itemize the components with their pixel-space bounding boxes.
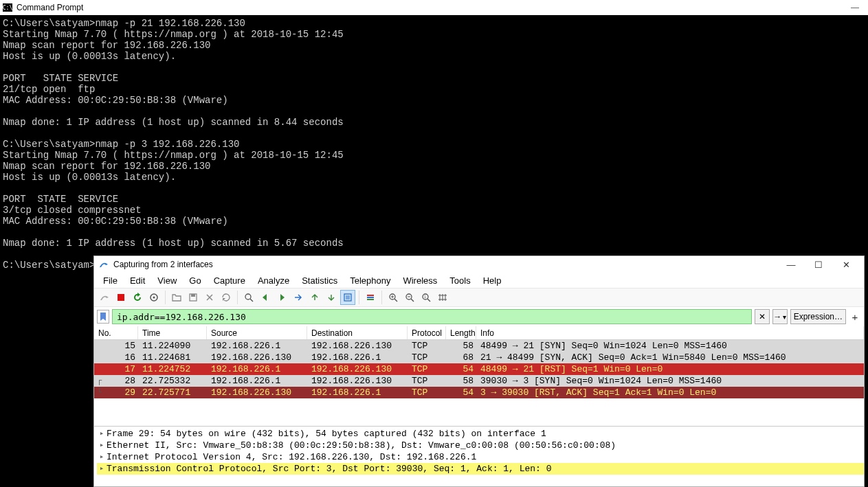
col-len[interactable]: Length [446, 326, 476, 339]
open-file-icon[interactable] [169, 290, 184, 305]
colorize-icon[interactable] [363, 290, 378, 305]
detail-line[interactable]: ▸Transmission Control Protocol, Src Port… [97, 463, 864, 475]
svg-text:1: 1 [424, 295, 426, 299]
menu-edit[interactable]: Edit [124, 274, 151, 287]
start-capture-icon[interactable] [97, 290, 112, 305]
menu-file[interactable]: File [97, 274, 124, 287]
expand-icon[interactable]: ▸ [97, 428, 107, 440]
resize-columns-icon[interactable] [435, 290, 450, 305]
go-last-icon[interactable] [324, 290, 339, 305]
save-file-icon[interactable] [186, 290, 201, 305]
col-prot[interactable]: Protocol [408, 326, 446, 339]
add-filter-button[interactable]: + [849, 311, 861, 323]
svg-line-12 [394, 299, 397, 302]
wireshark-window: Capturing from 2 interfaces — ☐ ✕ File E… [93, 256, 865, 487]
capture-options-icon[interactable] [146, 290, 162, 305]
menu-tools[interactable]: Tools [443, 274, 476, 287]
packet-list-blank [94, 398, 864, 426]
svg-point-5 [245, 294, 251, 299]
minimize-button[interactable]: — [845, 0, 865, 15]
ws-titlebar[interactable]: Capturing from 2 interfaces — ☐ ✕ [94, 256, 864, 273]
display-filter-input[interactable] [112, 309, 752, 324]
maximize-button[interactable]: ☐ [805, 256, 832, 273]
col-info[interactable]: Info [476, 326, 864, 339]
apply-filter-button[interactable]: → [772, 309, 788, 324]
packet-row[interactable]: 1511.224090192.168.226.1192.168.226.130T… [94, 340, 864, 352]
close-button[interactable]: ✕ [832, 256, 860, 273]
svg-rect-4 [191, 294, 195, 297]
menu-statistics[interactable]: Statistics [296, 274, 344, 287]
menu-help[interactable]: Help [477, 274, 508, 287]
reload-file-icon[interactable] [219, 290, 234, 305]
cmd-titlebar[interactable]: C:\ Command Prompt — [0, 0, 868, 15]
menu-capture[interactable]: Capture [208, 274, 252, 287]
zoom-out-icon[interactable] [402, 290, 417, 305]
wireshark-icon [98, 259, 109, 270]
svg-rect-8 [367, 295, 374, 296]
expand-icon[interactable]: ▸ [97, 440, 107, 451]
zoom-reset-icon[interactable]: 1 [419, 290, 434, 305]
cmd-icon: C:\ [3, 3, 12, 12]
restart-capture-icon[interactable] [130, 290, 145, 305]
detail-line[interactable]: ▸Internet Protocol Version 4, Src: 192.1… [97, 451, 864, 463]
filter-bookmark-icon[interactable] [97, 310, 109, 324]
menu-wireless[interactable]: Wireless [397, 274, 443, 287]
col-no[interactable]: No. [94, 326, 138, 339]
ws-filterbar: ✕ → Expression… + [94, 307, 864, 326]
svg-line-14 [411, 299, 414, 302]
menu-view[interactable]: View [151, 274, 183, 287]
svg-rect-10 [367, 299, 374, 300]
minimize-button[interactable]: — [777, 256, 805, 273]
svg-rect-0 [118, 294, 124, 301]
close-file-icon[interactable] [202, 290, 217, 305]
ws-menubar: File Edit View Go Capture Analyze Statis… [94, 273, 864, 288]
col-time[interactable]: Time [138, 326, 207, 339]
detail-line[interactable]: ▸Ethernet II, Src: Vmware_50:b8:38 (00:0… [97, 440, 864, 451]
packet-row[interactable]: 1611.224681192.168.226.130192.168.226.1T… [94, 352, 864, 363]
go-to-packet-icon[interactable] [291, 290, 306, 305]
packet-list-header[interactable]: No. Time Source Destination Protocol Len… [94, 326, 864, 340]
svg-line-16 [427, 299, 430, 302]
go-forward-icon[interactable] [274, 290, 289, 305]
svg-point-2 [153, 297, 155, 299]
go-back-icon[interactable] [258, 290, 273, 305]
menu-analyze[interactable]: Analyze [252, 274, 296, 287]
packet-row[interactable]: 2922.725771192.168.226.130192.168.226.1T… [94, 387, 864, 398]
col-src[interactable]: Source [207, 326, 307, 339]
menu-telephony[interactable]: Telephony [344, 274, 397, 287]
expand-icon[interactable]: ▸ [97, 451, 107, 463]
packet-row[interactable]: 1711.224752192.168.226.1192.168.226.130T… [94, 363, 864, 375]
go-first-icon[interactable] [307, 290, 322, 305]
svg-rect-9 [367, 297, 374, 298]
find-packet-icon[interactable] [241, 290, 256, 305]
packet-row[interactable]: 2822.725332192.168.226.1192.168.226.130T… [94, 375, 864, 387]
detail-line[interactable]: ▸Frame 29: 54 bytes on wire (432 bits), … [97, 428, 864, 440]
clear-filter-button[interactable]: ✕ [755, 309, 770, 324]
packet-list[interactable]: 1511.224090192.168.226.1192.168.226.130T… [94, 340, 864, 398]
svg-line-6 [250, 299, 253, 302]
menu-go[interactable]: Go [183, 274, 207, 287]
expression-button[interactable]: Expression… [790, 309, 846, 324]
ws-toolbar: 1 [94, 288, 864, 307]
ws-title: Capturing from 2 interfaces [113, 260, 213, 269]
auto-scroll-icon[interactable] [340, 290, 355, 305]
expand-icon[interactable]: ▸ [97, 463, 107, 475]
col-dst[interactable]: Destination [307, 326, 408, 339]
zoom-in-icon[interactable] [386, 290, 401, 305]
stop-capture-icon[interactable] [113, 290, 129, 305]
packet-details[interactable]: ▸Frame 29: 54 bytes on wire (432 bits), … [94, 426, 864, 475]
cmd-title: Command Prompt [16, 3, 83, 12]
